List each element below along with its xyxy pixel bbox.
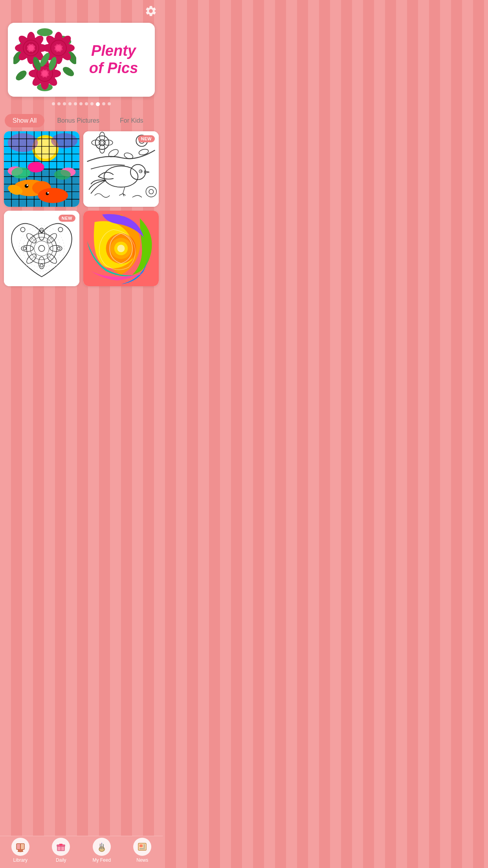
dot-6[interactable] bbox=[79, 102, 83, 105]
dot-10[interactable] bbox=[102, 102, 105, 105]
grid-item-colorful-swirls[interactable] bbox=[83, 211, 159, 286]
svg-point-26 bbox=[56, 45, 61, 51]
grid-item-bird-flowers[interactable]: NEW bbox=[83, 131, 159, 207]
svg-point-12 bbox=[28, 45, 34, 51]
dot-9[interactable] bbox=[96, 102, 100, 106]
dot-3[interactable] bbox=[63, 102, 66, 105]
grid-item-heart-mandala[interactable]: NEW bbox=[4, 211, 79, 286]
hero-title: Plenty of Pics bbox=[82, 42, 145, 77]
grid-item-koi-fish[interactable] bbox=[4, 131, 79, 207]
svg-point-88 bbox=[11, 167, 30, 178]
new-badge-heart: NEW bbox=[59, 215, 75, 222]
svg-rect-108 bbox=[4, 211, 79, 286]
filter-show-all[interactable]: Show All bbox=[5, 114, 44, 127]
svg-point-83 bbox=[25, 184, 29, 188]
hero-text: Plenty of Pics bbox=[76, 39, 149, 81]
dot-7[interactable] bbox=[85, 102, 88, 105]
filter-mandala[interactable]: Mandala bbox=[156, 114, 163, 127]
svg-point-79 bbox=[28, 162, 44, 173]
hero-image bbox=[13, 28, 76, 91]
new-badge-bird: NEW bbox=[138, 135, 155, 142]
svg-point-5 bbox=[37, 28, 53, 36]
svg-point-84 bbox=[27, 184, 28, 186]
dot-8[interactable] bbox=[90, 102, 94, 105]
settings-icon[interactable] bbox=[145, 5, 157, 17]
dot-5[interactable] bbox=[74, 102, 77, 105]
svg-point-105 bbox=[140, 171, 141, 172]
dot-11[interactable] bbox=[108, 102, 111, 105]
svg-point-56 bbox=[8, 133, 38, 152]
svg-point-85 bbox=[38, 188, 68, 203]
dot-1[interactable] bbox=[52, 102, 55, 105]
filter-for-kids[interactable]: For Kids bbox=[112, 114, 151, 127]
filter-tabs: Show All Bonus Pictures For Kids Mandala bbox=[0, 110, 163, 131]
filter-bonus-pictures[interactable]: Bonus Pictures bbox=[49, 114, 107, 127]
pagination-dots bbox=[0, 97, 163, 110]
coloring-grid: NEW bbox=[0, 131, 163, 326]
svg-point-133 bbox=[117, 245, 125, 252]
hero-card: Plenty of Pics bbox=[8, 23, 155, 97]
svg-point-39 bbox=[42, 71, 48, 76]
dot-4[interactable] bbox=[68, 102, 72, 105]
svg-point-87 bbox=[47, 192, 49, 194]
dot-2[interactable] bbox=[57, 102, 61, 105]
svg-point-89 bbox=[54, 170, 71, 180]
